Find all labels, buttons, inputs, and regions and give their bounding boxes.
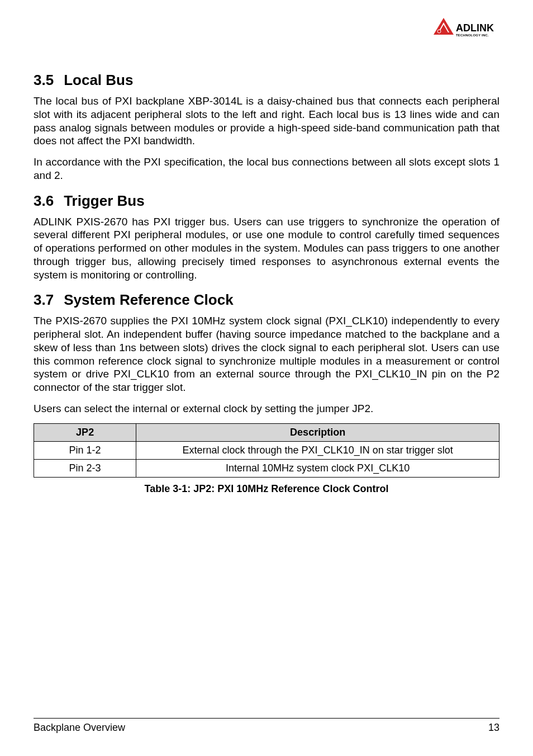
table-header-cell: JP2 [34, 423, 136, 441]
table-caption: Table 3-1: JP2: PXI 10MHz Reference Cloc… [34, 483, 499, 495]
table-row: Pin 1-2 External clock through the PXI_C… [34, 441, 499, 459]
section-number: 3.6 [34, 192, 54, 210]
body-paragraph: ADLINK PXIS-2670 has PXI trigger bus. Us… [34, 215, 499, 282]
body-paragraph: The local bus of PXI backplane XBP-3014L… [34, 94, 499, 148]
brand-logo: ADLINK TECHNOLOGY INC. [432, 17, 499, 45]
page-footer: Backplane Overview 13 [34, 718, 499, 734]
section-number: 3.7 [34, 291, 54, 309]
svg-point-3 [437, 30, 441, 33]
table-header-row: JP2 Description [34, 423, 499, 441]
table-row: Pin 2-3 Internal 10MHz system clock PXI_… [34, 459, 499, 477]
body-paragraph: The PXIS-2670 supplies the PXI 10MHz sys… [34, 314, 499, 394]
adlink-logo-icon: ADLINK TECHNOLOGY INC. [432, 17, 499, 45]
table-header-cell: Description [136, 423, 499, 441]
table-cell: External clock through the PXI_CLK10_IN … [136, 441, 499, 459]
table-cell: Internal 10MHz system clock PXI_CLK10 [136, 459, 499, 477]
table-cell: Pin 1-2 [34, 441, 136, 459]
table-cell: Pin 2-3 [34, 459, 136, 477]
page-content: 3.5Local Bus The local bus of PXI backpl… [34, 62, 499, 718]
jp2-table: JP2 Description Pin 1-2 External clock t… [34, 423, 499, 495]
section-heading-system-reference-clock: 3.7System Reference Clock [34, 291, 499, 309]
section-title: Trigger Bus [64, 192, 144, 209]
section-number: 3.5 [34, 72, 54, 89]
svg-text:TECHNOLOGY INC.: TECHNOLOGY INC. [456, 34, 489, 37]
body-paragraph: In accordance with the PXI specification… [34, 155, 499, 182]
footer-section-title: Backplane Overview [34, 722, 125, 734]
body-paragraph: Users can select the internal or externa… [34, 402, 499, 415]
svg-text:ADLINK: ADLINK [456, 22, 494, 34]
section-title: System Reference Clock [64, 291, 233, 308]
footer-page-number: 13 [488, 722, 499, 734]
section-title: Local Bus [64, 72, 133, 88]
section-heading-local-bus: 3.5Local Bus [34, 72, 499, 89]
section-heading-trigger-bus: 3.6Trigger Bus [34, 192, 499, 210]
